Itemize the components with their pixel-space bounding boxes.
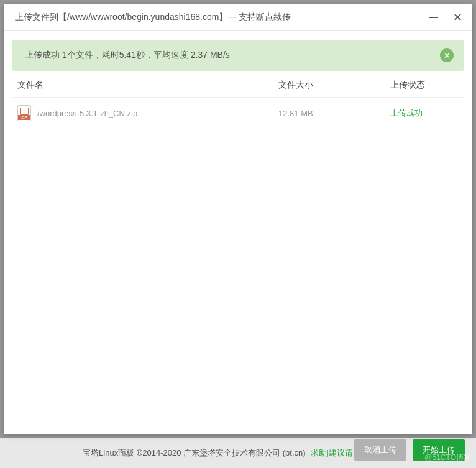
dialog-title: 上传文件到【/www/wwwroot/begin.yundashi168.com… [15,12,428,23]
file-size-cell: 12.81 MB [278,109,390,118]
footer-text: 宝塔Linux面板 ©2014-2020 广东堡塔安全技术有限公司 (bt.cn… [83,447,306,459]
success-banner: 上传成功 1个文件，耗时5.41秒，平均速度 2.37 MB/s ✕ [12,40,464,71]
table-row: /wordpress-5.3.1-zh_CN.zip 12.81 MB 上传成功 [12,98,464,129]
cancel-button[interactable]: 取消上传 [354,439,406,461]
file-name: /wordpress-5.3.1-zh_CN.zip [37,109,137,118]
banner-message: 上传成功 1个文件，耗时5.41秒，平均速度 2.37 MB/s [25,50,440,61]
file-status-cell: 上传成功 [390,108,459,119]
close-button[interactable]: ✕ [451,11,464,24]
col-header-status: 上传状态 [390,80,459,91]
dialog-body: 上传成功 1个文件，耗时5.41秒，平均速度 2.37 MB/s ✕ 文件名 文… [4,31,472,434]
col-header-size: 文件大小 [278,80,390,91]
minimize-button[interactable] [428,11,440,24]
titlebar: 上传文件到【/www/wwwroot/begin.yundashi168.com… [4,4,472,31]
table-header: 文件名 文件大小 上传状态 [12,71,464,98]
close-icon: ✕ [453,12,462,23]
close-icon: ✕ [444,51,451,60]
upload-dialog: 上传文件到【/www/wwwroot/begin.yundashi168.com… [4,4,472,434]
minimize-icon [429,17,438,18]
col-header-name: 文件名 [17,80,278,91]
zip-file-icon [17,105,31,121]
banner-close-button[interactable]: ✕ [440,48,454,62]
file-name-cell: /wordpress-5.3.1-zh_CN.zip [17,105,278,121]
watermark: @51CTO博客 [424,452,471,463]
titlebar-actions: ✕ [428,11,464,24]
